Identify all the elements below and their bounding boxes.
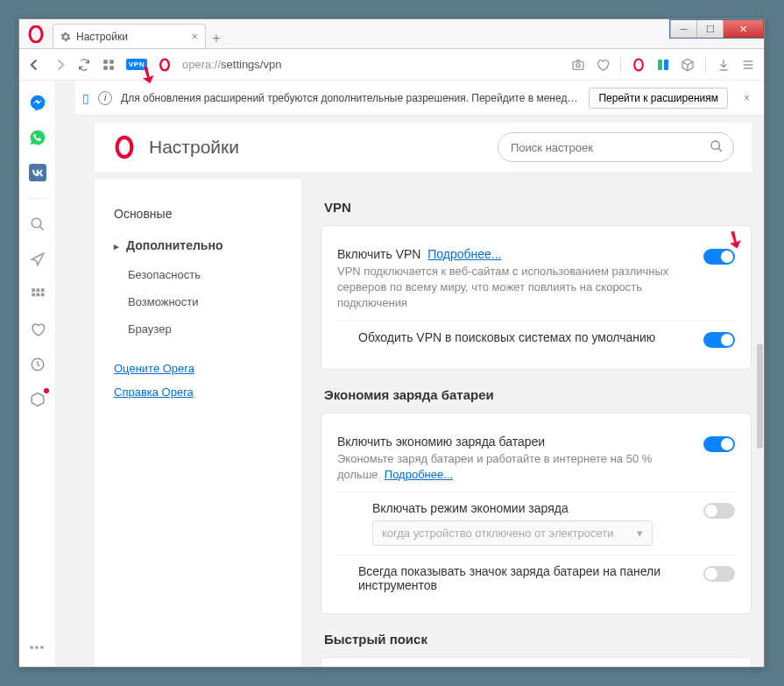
sidebar: ••• (19, 81, 56, 667)
minimize-button[interactable]: ─ (670, 20, 696, 38)
svg-point-5 (160, 59, 169, 70)
url-field[interactable]: opera://settings/vpn (182, 58, 561, 71)
battery-mode-toggle[interactable] (703, 503, 735, 519)
svg-point-20 (117, 138, 132, 157)
tab-title: Настройки (76, 31, 128, 43)
nav-basic[interactable]: Основные (114, 198, 301, 230)
svg-rect-2 (109, 60, 114, 64)
gear-icon (60, 32, 71, 42)
battery-enable-label: Включить экономию заряда батареи (337, 435, 693, 449)
svg-rect-15 (40, 288, 44, 292)
messenger-icon[interactable] (28, 93, 47, 112)
whatsapp-icon[interactable] (28, 128, 47, 147)
sidebar-more-button[interactable]: ••• (30, 640, 46, 654)
tab-strip: Настройки × + (19, 19, 764, 49)
rate-opera-link[interactable]: Оцените Opera (114, 362, 301, 375)
battery-toggle[interactable] (703, 436, 735, 452)
vpn-bypass-label: Обходить VPN в поисковых системах по умо… (358, 330, 693, 344)
bookmarks-icon[interactable] (28, 320, 47, 339)
settings-header: Настройки (95, 123, 752, 172)
info-icon: i (98, 91, 112, 105)
easy-setup-icon[interactable] (741, 58, 755, 72)
maximize-button[interactable]: ☐ (696, 20, 723, 38)
svg-rect-3 (103, 66, 108, 70)
speed-dial-button[interactable] (102, 58, 116, 72)
svg-point-8 (634, 59, 643, 70)
settings-nav: Основные Дополнительно Безопасность Возм… (95, 179, 301, 667)
close-window-button[interactable]: ✕ (723, 20, 763, 38)
close-tab-button[interactable]: × (191, 30, 198, 43)
opera-menu-button[interactable] (27, 25, 45, 43)
divider (27, 198, 48, 199)
nav-features[interactable]: Возможности (114, 288, 301, 315)
svg-point-7 (576, 63, 580, 67)
scrollbar-thumb[interactable] (757, 343, 763, 449)
svg-point-21 (711, 141, 719, 149)
battery-mode-select[interactable]: когда устройство отключено от электросет… (372, 520, 653, 546)
snapshot-icon[interactable] (571, 58, 585, 72)
battery-icon-label: Всегда показывать значок заряда батареи … (358, 564, 674, 592)
go-to-extensions-button[interactable]: Перейти к расширениям (589, 88, 728, 109)
vk-icon[interactable] (28, 163, 47, 182)
opera-icon (112, 135, 137, 159)
svg-rect-9 (658, 60, 662, 70)
opera-profile-icon[interactable] (632, 58, 646, 72)
search-icon[interactable] (28, 215, 47, 234)
opera-icon (158, 58, 172, 72)
battery-learn-more-link[interactable]: Подробнее... (385, 468, 453, 481)
svg-rect-6 (573, 61, 583, 69)
chevron-down-icon: ▾ (637, 527, 643, 540)
nav-browser[interactable]: Браузер (114, 315, 301, 343)
page-title: Настройки (149, 137, 239, 158)
battery-card: Включить экономию заряда батареи Экономь… (321, 413, 752, 614)
tab-settings[interactable]: Настройки × (53, 24, 206, 48)
section-vpn: VPN (324, 200, 752, 215)
settings-search-input[interactable] (498, 132, 734, 162)
svg-rect-4 (109, 66, 114, 70)
svg-rect-13 (32, 288, 35, 292)
extension-icon[interactable] (656, 58, 670, 72)
svg-point-12 (32, 218, 41, 228)
svg-rect-14 (36, 288, 39, 292)
nav-security[interactable]: Безопасность (114, 261, 301, 288)
vpn-learn-more-link[interactable]: Подробнее... (427, 247, 501, 261)
vpn-enable-label: Включить VPN (337, 247, 420, 261)
opera-icon (27, 25, 45, 43)
help-opera-link[interactable]: Справка Opera (114, 385, 301, 399)
reader-icon[interactable]: ▯ (82, 91, 89, 105)
vpn-badge[interactable]: VPN (126, 59, 147, 70)
window-controls: ─ ☐ ✕ (669, 19, 764, 39)
divider (705, 57, 706, 73)
section-battery: Экономия заряда батареи (324, 387, 752, 402)
dismiss-notice-button[interactable]: × (737, 92, 757, 104)
battery-mode-label: Включать режим экономии заряда (372, 501, 693, 515)
svg-rect-16 (32, 293, 35, 297)
nav-advanced[interactable]: Дополнительно (114, 230, 301, 261)
extensions-icon[interactable] (28, 390, 47, 409)
download-icon[interactable] (717, 58, 731, 72)
settings-main: VPN Включить VPN Подробнее... VPN подклю… (305, 179, 752, 667)
section-search: Быстрый поиск (324, 632, 752, 647)
divider (620, 57, 621, 73)
extension-notice-text: Для обновления расширений требуются допо… (121, 92, 580, 104)
forward-button[interactable] (53, 58, 67, 72)
svg-point-0 (30, 26, 42, 42)
new-tab-button[interactable]: + (206, 29, 227, 48)
vpn-bypass-toggle[interactable] (703, 332, 735, 348)
vpn-card: Включить VPN Подробнее... VPN подключает… (321, 225, 752, 370)
history-icon[interactable] (28, 355, 47, 374)
quick-search-card: Включить Быстрый поиск (321, 657, 752, 667)
extension-cube-icon[interactable] (681, 58, 695, 72)
personal-news-icon[interactable] (28, 250, 47, 269)
reload-button[interactable] (77, 58, 91, 72)
speed-dial-icon[interactable] (28, 285, 47, 304)
heart-icon[interactable] (596, 58, 610, 72)
svg-rect-17 (36, 293, 39, 297)
back-button[interactable] (28, 58, 42, 72)
vpn-toggle[interactable] (703, 249, 735, 265)
svg-rect-1 (103, 60, 108, 64)
search-icon (710, 139, 724, 153)
extension-notice-bar: ▯ i Для обновления расширений требуются … (75, 81, 764, 116)
battery-icon-toggle[interactable] (703, 566, 735, 582)
svg-rect-10 (664, 60, 668, 70)
